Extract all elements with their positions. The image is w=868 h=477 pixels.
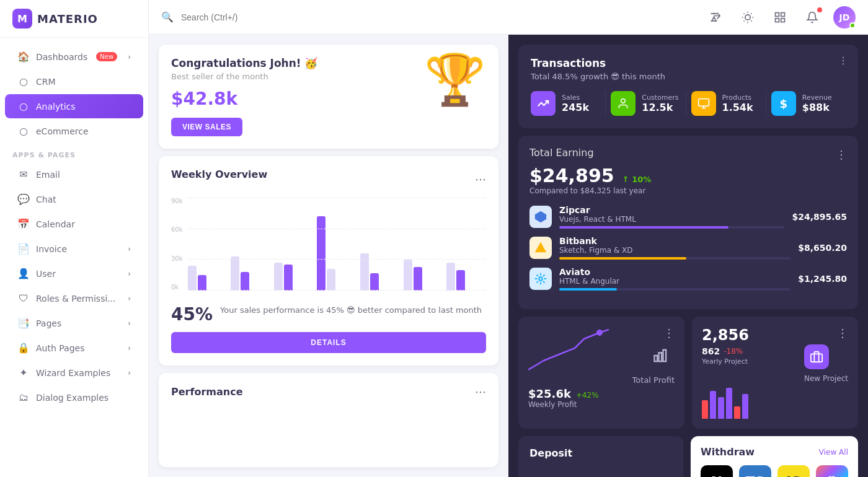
nextjs-logo[interactable]: N (701, 465, 733, 477)
typescript-logo[interactable]: TS (739, 465, 771, 477)
bar-light-2 (231, 256, 239, 291)
sidebar-item-wizard[interactable]: ✦ Wizard Examples › (5, 361, 143, 385)
main-content: 🔍 JD (149, 0, 868, 477)
y-label-30k: 30k (171, 255, 183, 262)
bitbank-name: Bitbank (559, 236, 790, 246)
chevron-down-icon: › (128, 53, 131, 61)
notifications-button[interactable] (801, 6, 823, 28)
project-menu-button[interactable]: ⋮ (837, 326, 848, 339)
sidebar-item-calendar[interactable]: 📅 Calendar (5, 212, 143, 236)
user-avatar[interactable]: JD (833, 6, 856, 28)
bar-group-6 (404, 260, 443, 291)
transactions-card: Transactions Total 48.5% growth 😎 this m… (518, 45, 858, 128)
earning-item-aviato: Aviato HTML & Angular $1,245.80 (529, 267, 847, 291)
stat-sales: Sales 245k (531, 91, 606, 116)
project-mini-chart (702, 388, 848, 419)
withdraw-view-all[interactable]: View All (819, 448, 848, 457)
translate-button[interactable] (704, 6, 727, 28)
logo-icon: M (12, 9, 32, 28)
view-sales-button[interactable]: VIEW SALES (171, 118, 242, 136)
withdraw-tech-card: Withdraw View All N TS JS (691, 436, 858, 477)
tech-logos-row: N TS JS (701, 465, 848, 477)
logo-area: M MATERIO (0, 0, 148, 38)
sidebar-item-user[interactable]: 👤 User › (5, 261, 143, 286)
javascript-logo[interactable]: JS (777, 465, 810, 477)
details-button[interactable]: DETAILS (171, 332, 486, 353)
bottom-row: Deposit Withdraw View All N (518, 436, 858, 477)
sidebar-item-chat[interactable]: 💬 Chat (5, 187, 143, 211)
total-profit-card: ⋮ Total Profit $25.6k (518, 317, 684, 429)
customers-value: 12.5k (642, 102, 678, 113)
sidebar-item-invoice[interactable]: 📄 Invoice › (5, 237, 143, 261)
sidebar-item-pages[interactable]: 📑 Pages › (5, 311, 143, 335)
zipcar-sub: Vuejs, React & HTML (559, 215, 784, 224)
sidebar-item-dialog[interactable]: 🗂 Dialog Examples (5, 385, 143, 409)
content-left-panel: Congratulations John! 🥳 Best seller of t… (149, 35, 508, 477)
performance-menu-button[interactable]: ⋯ (475, 385, 486, 398)
sidebar-item-roles[interactable]: 🛡 Roles & Permissi... › (5, 286, 143, 310)
earning-menu-button[interactable]: ⋮ (836, 148, 847, 161)
topbar-actions: JD (704, 6, 856, 28)
y-label-60k: 60k (171, 226, 183, 233)
bar-purple-5 (370, 273, 379, 291)
aviato-logo (529, 268, 552, 290)
congrats-amount: $42.8k (171, 89, 360, 109)
pages-icon: 📑 (17, 317, 30, 329)
content-area: Congratulations John! 🥳 Best seller of t… (149, 35, 868, 477)
bar-light-1 (188, 266, 197, 291)
shield-icon: 🛡 (17, 292, 30, 304)
svg-point-13 (621, 99, 626, 103)
bitbank-logo (529, 237, 552, 259)
project-value: 862 (702, 346, 720, 356)
svg-marker-18 (535, 242, 546, 253)
zipcar-name: Zipcar (559, 205, 784, 215)
chevron-right-icon: › (128, 344, 131, 352)
bar-chart-icon (632, 342, 675, 372)
weekly-percent: 45% (171, 304, 213, 325)
earning-amount: $24,895 (529, 165, 614, 186)
bar-light-3 (274, 263, 283, 291)
svg-rect-10 (781, 12, 785, 16)
mini-bar-3 (718, 397, 724, 419)
grid-view-button[interactable] (769, 6, 791, 28)
sidebar-item-email[interactable]: ✉ Email (5, 162, 143, 186)
svg-rect-23 (663, 350, 666, 362)
earning-growth: ↑ 10% (622, 175, 652, 184)
sidebar-item-crm-label: CRM (36, 77, 56, 87)
sidebar-item-dashboards[interactable]: 🏠 Dashboards New › (5, 45, 143, 69)
figma-logo[interactable] (816, 465, 848, 477)
svg-rect-22 (659, 352, 662, 361)
project-stats: 862 -18% (702, 346, 749, 356)
theme-toggle-button[interactable] (737, 6, 759, 28)
performance-title: Performance (171, 386, 243, 398)
sidebar-item-auth[interactable]: 🔒 Auth Pages › (5, 336, 143, 360)
bar-group-4 (317, 216, 356, 291)
weekly-profit-value: $25.6k (528, 387, 571, 400)
stat-revenue: $ Revenue $88k (766, 91, 846, 116)
svg-rect-21 (655, 356, 658, 361)
search-input[interactable] (181, 12, 305, 22)
profit-project-row: ⋮ Total Profit $25.6k (518, 317, 858, 429)
sidebar-item-ecommerce-label: eCommerce (36, 126, 89, 136)
svg-line-8 (751, 13, 751, 14)
chevron-right-icon: › (128, 319, 131, 328)
sidebar-item-crm[interactable]: ○ CRM (5, 69, 143, 94)
bitbank-info: Bitbank Sketch, Figma & XD (559, 236, 790, 260)
chevron-right-icon: › (128, 245, 131, 253)
project-left: 2,856 862 -18% Yearly Project (702, 326, 749, 365)
profit-chart-area (528, 326, 609, 379)
lock-icon: 🔒 (17, 342, 30, 354)
weekly-menu-button[interactable]: ⋯ (475, 173, 486, 186)
svg-rect-9 (776, 12, 779, 16)
svg-rect-24 (811, 354, 822, 362)
bar-light-7 (446, 263, 455, 291)
online-status-indicator (849, 22, 856, 28)
aviato-amount: $1,245.80 (798, 274, 847, 284)
new-project-label: New Project (804, 374, 848, 383)
transactions-menu-button[interactable]: ⋮ (838, 55, 848, 66)
sidebar-item-ecommerce[interactable]: ○ eCommerce (5, 119, 143, 143)
sidebar-item-analytics[interactable]: ○ Analytics (5, 94, 143, 118)
weekly-profit-menu[interactable]: ⋮ (663, 326, 675, 339)
congrats-card: Congratulations John! 🥳 Best seller of t… (159, 45, 498, 149)
svg-point-0 (745, 14, 750, 19)
